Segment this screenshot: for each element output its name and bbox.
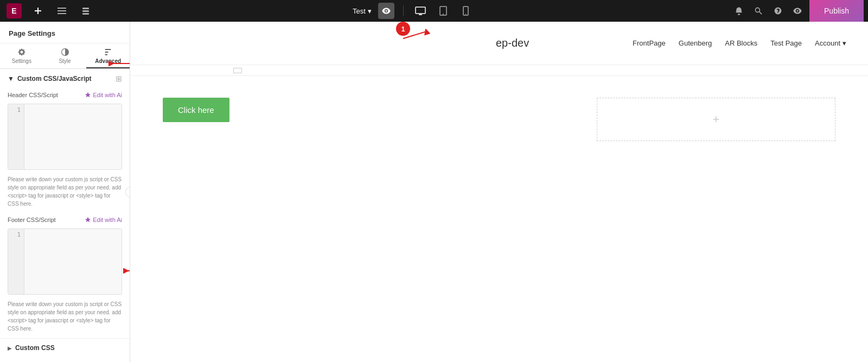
top-toolbar: E Test ▾ bbox=[0, 0, 868, 22]
nav-link-gutenberg[interactable]: Gutenberg bbox=[679, 39, 712, 47]
svg-line-18 bbox=[403, 31, 426, 39]
account-chevron-icon: ▾ bbox=[843, 39, 846, 47]
search-button[interactable] bbox=[751, 3, 766, 18]
toolbar-left: E bbox=[0, 3, 100, 18]
svg-rect-7 bbox=[82, 13, 89, 15]
svg-point-14 bbox=[465, 14, 467, 15]
settings-active-button[interactable] bbox=[378, 3, 394, 19]
section-custom-css-js: ▼ Custom CSS/JavaScript ⊞ Header CSS/Scr… bbox=[0, 69, 130, 338]
svg-rect-3 bbox=[58, 10, 66, 11]
nav-link-account[interactable]: Account ▾ bbox=[815, 39, 846, 47]
footer-css-textarea[interactable] bbox=[24, 229, 122, 294]
header-css-field-row: Header CSS/Script Edit with Ai bbox=[0, 88, 130, 101]
footer-code-editor: 1 bbox=[8, 228, 122, 295]
svg-rect-8 bbox=[416, 7, 425, 14]
help-button[interactable] bbox=[770, 3, 786, 18]
tablet-view-button[interactable] bbox=[435, 3, 451, 19]
chevron-down-icon: ▾ bbox=[368, 7, 372, 15]
click-here-button[interactable]: Click here bbox=[163, 98, 229, 122]
annotation-2-arrow bbox=[108, 61, 130, 66]
tab-style[interactable]: Style bbox=[43, 43, 87, 68]
svg-rect-2 bbox=[58, 8, 66, 9]
nav-link-frontpage[interactable]: FrontPage bbox=[633, 39, 666, 47]
sidebar-header: Page Settings bbox=[0, 22, 130, 43]
mobile-view-button[interactable] bbox=[458, 3, 474, 19]
footer-code-hint: Please write down your custom js script … bbox=[0, 297, 130, 338]
site-name-button[interactable]: Test ▾ bbox=[353, 7, 372, 15]
account-label: Account bbox=[815, 39, 840, 47]
chevron-right-icon: ▶ bbox=[8, 345, 12, 351]
site-name-label: Test bbox=[353, 7, 366, 15]
nav-link-ar-blocks[interactable]: AR Blocks bbox=[725, 39, 757, 47]
footer-line-1: 1 bbox=[11, 231, 21, 238]
footer-edit-ai-label: Edit with Ai bbox=[93, 217, 122, 223]
footer-css-field-row: Footer CSS/Script Edit with Ai bbox=[0, 213, 130, 226]
desktop-view-button[interactable] bbox=[412, 3, 429, 19]
header-line-numbers: 1 bbox=[8, 104, 24, 169]
header-css-label: Header CSS/Script bbox=[8, 92, 58, 98]
elementor-logo[interactable]: E bbox=[7, 3, 22, 18]
toolbar-separator bbox=[403, 5, 404, 16]
annotation-1-arrow bbox=[400, 29, 433, 40]
section-custom-css[interactable]: ▶ Custom CSS bbox=[0, 338, 130, 357]
tab-settings[interactable]: Settings bbox=[0, 43, 43, 68]
sidebar: 2 Page Settings Settings Style Advanced bbox=[0, 22, 130, 362]
tab-settings-label: Settings bbox=[12, 58, 31, 64]
canvas-content: Click here + bbox=[130, 76, 868, 163]
main-layout: 2 Page Settings Settings Style Advanced bbox=[0, 22, 868, 362]
svg-point-12 bbox=[443, 14, 444, 15]
svg-rect-6 bbox=[82, 10, 89, 12]
svg-rect-4 bbox=[58, 13, 66, 14]
hamburger-button[interactable] bbox=[54, 3, 69, 18]
canvas-area: 1 ep-dev FrontPage Gutenberg AR Blocks T… bbox=[130, 22, 868, 362]
mini-nav-indicator bbox=[130, 65, 868, 76]
svg-rect-5 bbox=[82, 8, 89, 9]
header-css-textarea[interactable] bbox=[24, 104, 122, 169]
header-line-1: 1 bbox=[11, 106, 21, 113]
section-icon-button[interactable]: ⊞ bbox=[116, 74, 122, 83]
add-section-box[interactable]: + bbox=[597, 98, 835, 141]
preview-nav-links: FrontPage Gutenberg AR Blocks Test Page … bbox=[633, 39, 846, 47]
layers-button[interactable] bbox=[78, 3, 93, 18]
toolbar-center: Test ▾ bbox=[100, 3, 727, 19]
canvas-inner: ep-dev FrontPage Gutenberg AR Blocks Tes… bbox=[130, 22, 868, 362]
nav-link-test-page[interactable]: Test Page bbox=[770, 39, 802, 47]
custom-css-label: Custom CSS bbox=[15, 344, 55, 352]
footer-line-numbers: 1 bbox=[8, 229, 24, 294]
preview-button[interactable] bbox=[790, 3, 805, 18]
section-custom-css-js-title: Custom CSS/JavaScript bbox=[17, 75, 92, 82]
toolbar-right: Publish bbox=[727, 0, 868, 22]
header-edit-ai-label: Edit with Ai bbox=[93, 92, 122, 98]
annotation-3-arrow bbox=[123, 268, 130, 274]
footer-edit-ai-button[interactable]: Edit with Ai bbox=[85, 217, 122, 223]
notification-button[interactable] bbox=[731, 3, 746, 18]
add-button[interactable] bbox=[30, 3, 46, 18]
add-section-plus-icon: + bbox=[713, 112, 720, 126]
section-collapse-arrow: ▼ bbox=[8, 75, 14, 82]
section-title: ▼ Custom CSS/JavaScript bbox=[8, 75, 92, 82]
publish-button[interactable]: Publish bbox=[809, 0, 864, 22]
header-code-editor: 1 bbox=[8, 104, 122, 170]
annotation-3-container: 3 1 bbox=[0, 228, 130, 295]
section-custom-css-js-header[interactable]: ▼ Custom CSS/JavaScript ⊞ bbox=[0, 69, 130, 88]
tab-style-label: Style bbox=[59, 58, 71, 64]
footer-css-label: Footer CSS/Script bbox=[8, 217, 56, 223]
header-edit-ai-button[interactable]: Edit with Ai bbox=[85, 92, 122, 98]
header-code-hint: Please write down your custom js script … bbox=[0, 172, 130, 213]
white-block bbox=[233, 68, 242, 73]
preview-nav: ep-dev FrontPage Gutenberg AR Blocks Tes… bbox=[130, 22, 868, 65]
